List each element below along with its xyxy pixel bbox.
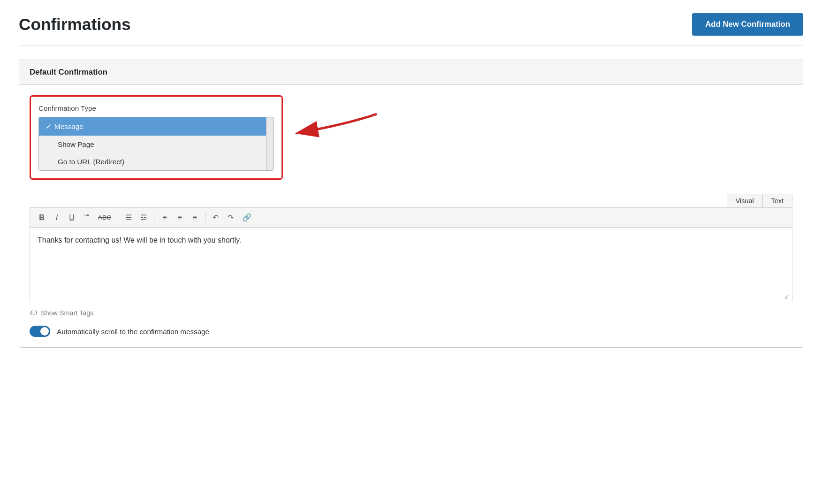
toolbar-align-right[interactable]: ≡ [189, 212, 201, 223]
toolbar-redo[interactable]: ↷ [225, 212, 237, 223]
option-label: Message [54, 122, 84, 130]
dropdown-option-show-page[interactable]: Show Page [39, 136, 274, 153]
toolbar-align-left[interactable]: ≡ [159, 212, 171, 223]
toggle-row: Automatically scroll to the confirmation… [30, 326, 792, 337]
toolbar-align-center[interactable]: ≡ [174, 212, 186, 223]
card-header: Default Confirmation [19, 60, 803, 85]
editor-toolbar: B I U ““ ABC ☰ ☲ ≡ ≡ ≡ ↶ ↷ 🔗 [30, 207, 792, 227]
tag-icon: 🏷 [30, 309, 37, 317]
auto-scroll-toggle[interactable] [30, 326, 50, 337]
editor-content-area[interactable]: Thanks for contacting us! We will be in … [30, 227, 792, 302]
confirmation-card: Default Confirmation Confirmation Type ✓… [19, 60, 803, 348]
resize-handle: ↙ [784, 292, 790, 301]
page-title: Confirmations [19, 15, 131, 34]
toolbar-underline[interactable]: U [66, 212, 78, 223]
dropdown-option-redirect[interactable]: Go to URL (Redirect) [39, 153, 274, 170]
toolbar-link[interactable]: 🔗 [240, 212, 254, 223]
red-arrow-annotation [292, 105, 386, 156]
editor-tabs-row: Visual Text [30, 194, 792, 208]
dropdown-scrollbar [266, 117, 274, 170]
toolbar-blockquote[interactable]: ““ [81, 212, 93, 223]
toolbar-italic[interactable]: I [51, 212, 63, 223]
confirmation-type-label: Confirmation Type [38, 104, 274, 112]
toggle-label: Automatically scroll to the confirmation… [57, 328, 209, 336]
option-label: Show Page [58, 140, 94, 148]
tab-text[interactable]: Text [763, 194, 792, 208]
toolbar-unordered-list[interactable]: ☰ [122, 212, 135, 223]
smart-tags-label: Show Smart Tags [41, 309, 94, 317]
editor-text: Thanks for contacting us! We will be in … [38, 236, 241, 244]
toolbar-undo[interactable]: ↶ [210, 212, 222, 223]
toolbar-divider [118, 213, 118, 222]
toolbar-divider-2 [154, 213, 154, 222]
add-new-confirmation-button[interactable]: Add New Confirmation [692, 13, 803, 36]
toolbar-bold[interactable]: B [36, 212, 48, 223]
option-label: Go to URL (Redirect) [58, 158, 124, 166]
card-body: Confirmation Type ✓ Message Show Page [19, 85, 803, 347]
toolbar-ordered-list[interactable]: ☲ [137, 212, 150, 223]
tab-visual[interactable]: Visual [727, 194, 763, 208]
toolbar-divider-3 [205, 213, 206, 222]
page-header: Confirmations Add New Confirmation [0, 0, 822, 45]
toolbar-strikethrough[interactable]: ABC [96, 213, 114, 222]
checkmark-icon: ✓ [46, 122, 52, 131]
dropdown-option-message[interactable]: ✓ Message [39, 117, 274, 136]
confirmation-type-dropdown[interactable]: ✓ Message Show Page Go to URL (Redirect) [38, 117, 274, 171]
main-content: Default Confirmation Confirmation Type ✓… [0, 46, 822, 362]
smart-tags-row[interactable]: 🏷 Show Smart Tags [30, 309, 792, 317]
card-title: Default Confirmation [30, 68, 107, 76]
confirmation-type-section: Confirmation Type ✓ Message Show Page [30, 95, 283, 180]
editor-wrapper: Visual Text B I U ““ ABC ☰ ☲ ≡ ≡ ≡ [30, 194, 792, 302]
